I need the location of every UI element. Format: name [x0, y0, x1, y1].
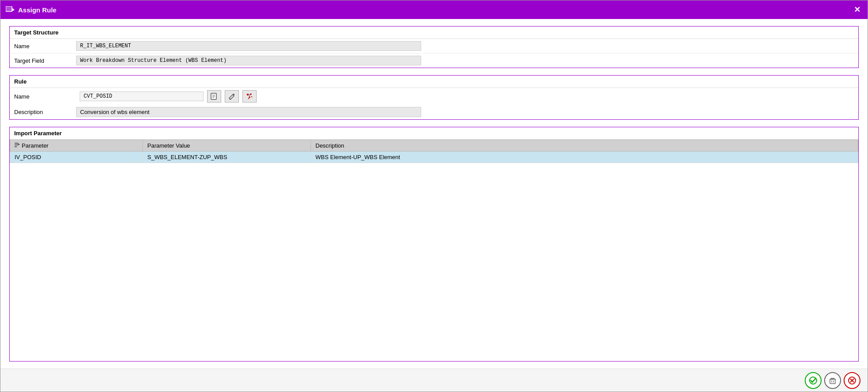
param-cell: IV_POSID — [10, 152, 143, 163]
delete-button[interactable] — [824, 372, 841, 389]
table-row[interactable]: IV_POSIDS_WBS_ELEMENT-ZUP_WBSWBS Element… — [10, 152, 858, 163]
target-field-label: Target Field — [14, 57, 76, 64]
parameter-table-head: Parameter Parameter Value Description — [10, 140, 858, 152]
new-rule-button[interactable] — [207, 90, 221, 103]
ok-button[interactable] — [805, 372, 822, 389]
magic-rule-button[interactable] — [242, 90, 257, 103]
svg-rect-15 — [15, 146, 17, 147]
rule-description-row: Description Conversion of wbs element — [10, 105, 858, 119]
rule-description-value: Conversion of wbs element — [76, 107, 421, 117]
svg-point-9 — [251, 96, 252, 97]
svg-rect-18 — [830, 379, 835, 384]
col-header-description: Description — [311, 140, 858, 152]
target-name-value: R_IT_WBS_ELEMENT — [76, 41, 421, 51]
title-bar: Assign Rule ✕ — [0, 0, 868, 19]
target-field-row: Target Field Work Breakdown Structure El… — [10, 53, 858, 68]
target-structure-section: Target Structure Name R_IT_WBS_ELEMENT T… — [9, 26, 859, 68]
col-parameter-label: Parameter — [22, 142, 49, 149]
rule-section-content: Name CVT_POSID — [10, 88, 858, 119]
parameter-table-body: IV_POSIDS_WBS_ELEMENT-ZUP_WBSWBS Element… — [10, 152, 858, 163]
svg-point-10 — [248, 98, 249, 99]
target-name-row: Name R_IT_WBS_ELEMENT — [10, 39, 858, 53]
rule-name-label: Name — [14, 93, 76, 100]
assign-rule-dialog: Assign Rule ✕ Target Structure Name R_IT… — [0, 0, 868, 392]
col-header-parameter-value: Parameter Value — [143, 140, 311, 152]
col-header-parameter: Parameter — [10, 140, 143, 152]
close-button[interactable]: ✕ — [852, 4, 862, 15]
rule-description-label: Description — [14, 109, 76, 115]
parameter-table-container: Parameter Parameter Value Description IV… — [10, 140, 858, 361]
rule-name-row: Name CVT_POSID — [10, 88, 858, 105]
dialog-icon — [6, 6, 15, 13]
rule-section: Rule Name CVT_POSID — [9, 75, 859, 120]
param-desc-cell: WBS Element-UP_WBS Element — [311, 152, 858, 163]
target-field-value: Work Breakdown Structure Element (WBS El… — [76, 56, 421, 65]
sort-icon — [15, 142, 20, 149]
rule-section-header: Rule — [10, 76, 858, 88]
title-bar-left: Assign Rule — [6, 6, 57, 14]
param-value-cell: S_WBS_ELEMENT-ZUP_WBS — [143, 152, 311, 163]
parameter-table-header-row: Parameter Parameter Value Description — [10, 140, 858, 152]
import-parameter-header: Import Parameter — [10, 127, 858, 140]
dialog-title: Assign Rule — [18, 6, 57, 14]
svg-rect-13 — [15, 143, 18, 144]
parameter-table: Parameter Parameter Value Description IV… — [10, 140, 858, 163]
svg-line-12 — [250, 95, 250, 97]
edit-rule-button[interactable] — [225, 90, 239, 103]
svg-rect-0 — [6, 6, 12, 11]
rule-name-value: CVT_POSID — [80, 91, 204, 101]
target-structure-content: Name R_IT_WBS_ELEMENT Target Field Work … — [10, 39, 858, 68]
cancel-button[interactable] — [844, 372, 860, 389]
dialog-footer — [0, 369, 868, 392]
import-parameter-section: Import Parameter — [9, 127, 859, 362]
target-structure-header: Target Structure — [10, 27, 858, 39]
dialog-body: Target Structure Name R_IT_WBS_ELEMENT T… — [0, 19, 868, 369]
target-name-label: Name — [14, 43, 76, 49]
